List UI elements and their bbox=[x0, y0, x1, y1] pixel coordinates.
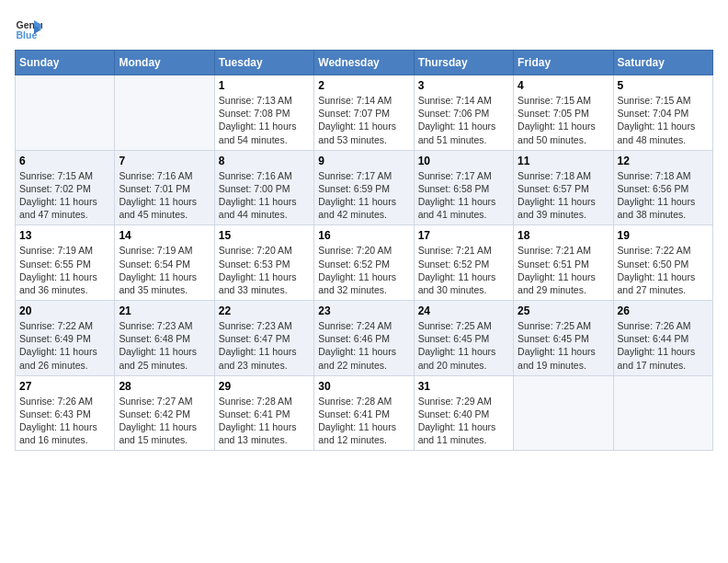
day-number: 27 bbox=[19, 380, 110, 393]
calendar-cell: 4Sunrise: 7:15 AM Sunset: 7:05 PM Daylig… bbox=[514, 75, 613, 151]
calendar: SundayMondayTuesdayWednesdayThursdayFrid… bbox=[15, 50, 713, 451]
day-info: Sunrise: 7:15 AM Sunset: 7:02 PM Dayligh… bbox=[19, 169, 110, 222]
day-number: 26 bbox=[618, 304, 709, 317]
calendar-cell: 18Sunrise: 7:21 AM Sunset: 6:51 PM Dayli… bbox=[514, 225, 613, 301]
calendar-cell: 7Sunrise: 7:16 AM Sunset: 7:01 PM Daylig… bbox=[115, 150, 214, 225]
day-info: Sunrise: 7:25 AM Sunset: 6:45 PM Dayligh… bbox=[518, 319, 609, 372]
day-info: Sunrise: 7:27 AM Sunset: 6:42 PM Dayligh… bbox=[119, 395, 210, 447]
calendar-cell: 30Sunrise: 7:28 AM Sunset: 6:41 PM Dayli… bbox=[314, 375, 414, 451]
day-number: 11 bbox=[518, 155, 609, 167]
day-info: Sunrise: 7:23 AM Sunset: 6:48 PM Dayligh… bbox=[119, 319, 210, 372]
day-number: 28 bbox=[119, 380, 210, 393]
day-number: 1 bbox=[219, 79, 310, 92]
day-number: 15 bbox=[219, 229, 310, 242]
day-info: Sunrise: 7:23 AM Sunset: 6:47 PM Dayligh… bbox=[219, 319, 310, 372]
day-header-sunday: Sunday bbox=[16, 51, 115, 75]
day-header-wednesday: Wednesday bbox=[314, 51, 414, 75]
calendar-cell: 25Sunrise: 7:25 AM Sunset: 6:45 PM Dayli… bbox=[514, 301, 613, 376]
calendar-cell bbox=[16, 75, 115, 151]
day-info: Sunrise: 7:28 AM Sunset: 6:41 PM Dayligh… bbox=[318, 395, 409, 447]
calendar-week-5: 27Sunrise: 7:26 AM Sunset: 6:43 PM Dayli… bbox=[16, 375, 713, 451]
calendar-cell: 26Sunrise: 7:26 AM Sunset: 6:44 PM Dayli… bbox=[613, 301, 712, 376]
calendar-cell: 17Sunrise: 7:21 AM Sunset: 6:52 PM Dayli… bbox=[414, 225, 513, 301]
day-info: Sunrise: 7:16 AM Sunset: 7:01 PM Dayligh… bbox=[119, 169, 210, 222]
calendar-cell: 3Sunrise: 7:14 AM Sunset: 7:06 PM Daylig… bbox=[414, 75, 513, 151]
calendar-week-2: 6Sunrise: 7:15 AM Sunset: 7:02 PM Daylig… bbox=[16, 150, 713, 225]
calendar-cell: 24Sunrise: 7:25 AM Sunset: 6:45 PM Dayli… bbox=[414, 301, 513, 376]
calendar-cell: 2Sunrise: 7:14 AM Sunset: 7:07 PM Daylig… bbox=[314, 75, 414, 151]
logo-icon: General Blue bbox=[15, 15, 42, 42]
day-info: Sunrise: 7:17 AM Sunset: 6:59 PM Dayligh… bbox=[318, 169, 409, 222]
day-number: 4 bbox=[518, 79, 609, 92]
calendar-cell: 16Sunrise: 7:20 AM Sunset: 6:52 PM Dayli… bbox=[314, 225, 414, 301]
day-number: 19 bbox=[618, 229, 709, 242]
page-header: General Blue bbox=[15, 15, 713, 42]
day-number: 6 bbox=[19, 155, 110, 167]
calendar-week-4: 20Sunrise: 7:22 AM Sunset: 6:49 PM Dayli… bbox=[16, 301, 713, 376]
day-number: 3 bbox=[418, 79, 509, 92]
calendar-header: SundayMondayTuesdayWednesdayThursdayFrid… bbox=[16, 51, 713, 75]
day-info: Sunrise: 7:15 AM Sunset: 7:05 PM Dayligh… bbox=[518, 94, 609, 146]
calendar-cell: 28Sunrise: 7:27 AM Sunset: 6:42 PM Dayli… bbox=[115, 375, 214, 451]
day-number: 31 bbox=[418, 380, 509, 393]
calendar-cell: 31Sunrise: 7:29 AM Sunset: 6:40 PM Dayli… bbox=[414, 375, 513, 451]
calendar-cell: 1Sunrise: 7:13 AM Sunset: 7:08 PM Daylig… bbox=[214, 75, 313, 151]
day-info: Sunrise: 7:22 AM Sunset: 6:50 PM Dayligh… bbox=[618, 244, 709, 296]
calendar-cell: 12Sunrise: 7:18 AM Sunset: 6:56 PM Dayli… bbox=[613, 150, 712, 225]
day-number: 16 bbox=[318, 229, 409, 242]
day-info: Sunrise: 7:14 AM Sunset: 7:06 PM Dayligh… bbox=[418, 94, 509, 146]
calendar-cell: 10Sunrise: 7:17 AM Sunset: 6:58 PM Dayli… bbox=[414, 150, 513, 225]
day-number: 23 bbox=[318, 304, 409, 317]
day-number: 25 bbox=[518, 304, 609, 317]
calendar-cell: 27Sunrise: 7:26 AM Sunset: 6:43 PM Dayli… bbox=[16, 375, 115, 451]
calendar-cell: 11Sunrise: 7:18 AM Sunset: 6:57 PM Dayli… bbox=[514, 150, 613, 225]
calendar-cell: 20Sunrise: 7:22 AM Sunset: 6:49 PM Dayli… bbox=[16, 301, 115, 376]
calendar-cell: 22Sunrise: 7:23 AM Sunset: 6:47 PM Dayli… bbox=[214, 301, 313, 376]
day-info: Sunrise: 7:29 AM Sunset: 6:40 PM Dayligh… bbox=[418, 395, 509, 447]
day-number: 29 bbox=[219, 380, 310, 393]
day-info: Sunrise: 7:28 AM Sunset: 6:41 PM Dayligh… bbox=[219, 395, 310, 447]
day-info: Sunrise: 7:26 AM Sunset: 6:43 PM Dayligh… bbox=[19, 395, 110, 447]
calendar-cell: 19Sunrise: 7:22 AM Sunset: 6:50 PM Dayli… bbox=[613, 225, 712, 301]
day-info: Sunrise: 7:18 AM Sunset: 6:57 PM Dayligh… bbox=[518, 169, 609, 222]
calendar-cell: 23Sunrise: 7:24 AM Sunset: 6:46 PM Dayli… bbox=[314, 301, 414, 376]
calendar-week-3: 13Sunrise: 7:19 AM Sunset: 6:55 PM Dayli… bbox=[16, 225, 713, 301]
calendar-cell: 29Sunrise: 7:28 AM Sunset: 6:41 PM Dayli… bbox=[214, 375, 313, 451]
day-info: Sunrise: 7:13 AM Sunset: 7:08 PM Dayligh… bbox=[219, 94, 310, 146]
day-header-saturday: Saturday bbox=[613, 51, 712, 75]
day-number: 9 bbox=[318, 155, 409, 167]
day-info: Sunrise: 7:18 AM Sunset: 6:56 PM Dayligh… bbox=[618, 169, 709, 222]
day-number: 17 bbox=[418, 229, 509, 242]
day-number: 5 bbox=[618, 79, 709, 92]
day-number: 14 bbox=[119, 229, 210, 242]
day-info: Sunrise: 7:19 AM Sunset: 6:54 PM Dayligh… bbox=[119, 244, 210, 296]
day-header-thursday: Thursday bbox=[414, 51, 513, 75]
day-info: Sunrise: 7:20 AM Sunset: 6:52 PM Dayligh… bbox=[318, 244, 409, 296]
day-number: 22 bbox=[219, 304, 310, 317]
day-info: Sunrise: 7:25 AM Sunset: 6:45 PM Dayligh… bbox=[418, 319, 509, 372]
calendar-cell: 13Sunrise: 7:19 AM Sunset: 6:55 PM Dayli… bbox=[16, 225, 115, 301]
day-info: Sunrise: 7:16 AM Sunset: 7:00 PM Dayligh… bbox=[219, 169, 310, 222]
day-number: 30 bbox=[318, 380, 409, 393]
day-header-friday: Friday bbox=[514, 51, 613, 75]
day-number: 10 bbox=[418, 155, 509, 167]
day-info: Sunrise: 7:17 AM Sunset: 6:58 PM Dayligh… bbox=[418, 169, 509, 222]
day-info: Sunrise: 7:19 AM Sunset: 6:55 PM Dayligh… bbox=[19, 244, 110, 296]
day-info: Sunrise: 7:24 AM Sunset: 6:46 PM Dayligh… bbox=[318, 319, 409, 372]
calendar-cell: 6Sunrise: 7:15 AM Sunset: 7:02 PM Daylig… bbox=[16, 150, 115, 225]
logo: General Blue bbox=[15, 15, 46, 42]
calendar-cell bbox=[613, 375, 712, 451]
day-info: Sunrise: 7:20 AM Sunset: 6:53 PM Dayligh… bbox=[219, 244, 310, 296]
calendar-cell: 5Sunrise: 7:15 AM Sunset: 7:04 PM Daylig… bbox=[613, 75, 712, 151]
day-number: 2 bbox=[318, 79, 409, 92]
day-number: 24 bbox=[418, 304, 509, 317]
calendar-cell: 21Sunrise: 7:23 AM Sunset: 6:48 PM Dayli… bbox=[115, 301, 214, 376]
day-info: Sunrise: 7:15 AM Sunset: 7:04 PM Dayligh… bbox=[618, 94, 709, 146]
calendar-cell bbox=[115, 75, 214, 151]
calendar-week-1: 1Sunrise: 7:13 AM Sunset: 7:08 PM Daylig… bbox=[16, 75, 713, 151]
day-number: 8 bbox=[219, 155, 310, 167]
calendar-cell: 9Sunrise: 7:17 AM Sunset: 6:59 PM Daylig… bbox=[314, 150, 414, 225]
svg-text:Blue: Blue bbox=[17, 29, 38, 40]
day-number: 7 bbox=[119, 155, 210, 167]
calendar-cell: 15Sunrise: 7:20 AM Sunset: 6:53 PM Dayli… bbox=[214, 225, 313, 301]
